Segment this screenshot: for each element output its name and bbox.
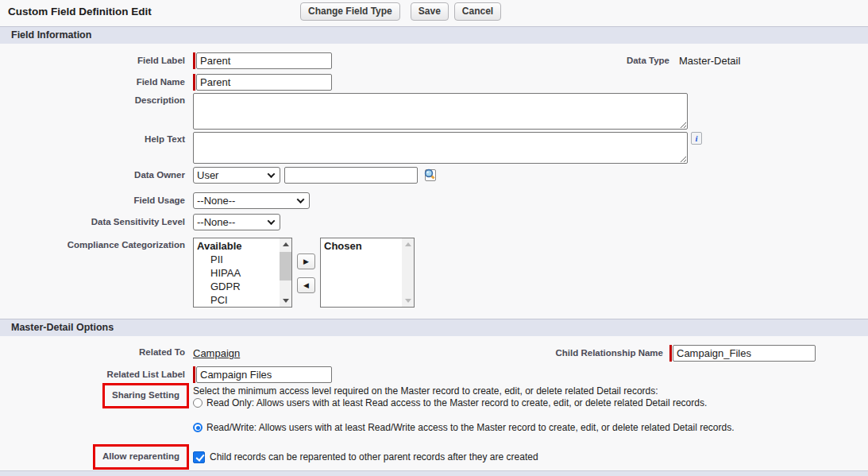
next-section-header-partial: [0, 470, 868, 476]
available-listbox[interactable]: Available PII HIPAA GDPR PCI: [193, 238, 292, 308]
available-header: Available: [197, 239, 280, 253]
move-left-button[interactable]: ◀: [297, 277, 315, 293]
read-only-radio-label: Read Only: Allows users with at least Re…: [206, 397, 707, 409]
list-item[interactable]: PCI: [197, 293, 280, 307]
sharing-setting-description: Select the minimum access level required…: [193, 385, 735, 397]
child-relationship-name-input[interactable]: [673, 345, 816, 362]
data-owner-type-value: User: [197, 169, 218, 181]
field-usage-value: --None--: [197, 195, 235, 207]
allow-reparenting-checkbox-label: Child records can be reparented to other…: [210, 451, 538, 462]
sharing-setting-options: Select the minimum access level required…: [193, 383, 735, 434]
list-item[interactable]: PII: [197, 253, 280, 266]
field-label-label: Field Label: [0, 52, 193, 66]
custom-field-definition-edit-page: Custom Field Definition Edit Change Fiel…: [0, 0, 868, 476]
page-title: Custom Field Definition Edit: [8, 6, 152, 17]
data-type-label: Data Type: [492, 52, 669, 66]
sharing-setting-label-annotated: Sharing Setting: [102, 383, 189, 408]
field-usage-select[interactable]: --None--: [193, 192, 310, 209]
data-sensitivity-level-value: --None--: [197, 216, 235, 228]
save-button[interactable]: Save: [411, 2, 449, 21]
field-usage-label: Field Usage: [0, 192, 193, 206]
read-write-radio[interactable]: [193, 423, 203, 432]
change-field-type-button[interactable]: Change Field Type: [300, 2, 400, 21]
data-owner-label: Data Owner: [0, 167, 193, 180]
section-header-master-detail-options: Master-Detail Options: [0, 319, 868, 336]
info-icon[interactable]: i: [691, 132, 702, 145]
field-name-label: Field Name: [0, 74, 193, 87]
chevron-down-icon: [297, 195, 305, 203]
allow-reparenting-checkbox[interactable]: [193, 451, 205, 463]
chevron-down-icon: [268, 170, 276, 178]
help-text-textarea[interactable]: [193, 132, 688, 164]
data-sensitivity-level-select[interactable]: --None--: [193, 214, 280, 230]
required-bar: [669, 345, 672, 362]
read-write-radio-label: Read/Write: Allows users with at least R…: [206, 422, 735, 434]
data-owner-type-select[interactable]: User: [193, 167, 280, 184]
description-textarea[interactable]: [193, 93, 688, 130]
child-relationship-name-label: Child Relationship Name: [492, 345, 663, 358]
compliance-duelist: Available PII HIPAA GDPR PCI ▶ ◀: [193, 238, 415, 308]
scrollbar-thumb[interactable]: [280, 252, 291, 281]
chosen-scrollbar: [402, 238, 414, 307]
field-name-input[interactable]: [196, 74, 332, 91]
data-owner-search-input[interactable]: [284, 167, 418, 184]
related-to-label: Related To: [0, 345, 193, 358]
cancel-button[interactable]: Cancel: [454, 2, 501, 21]
required-bar: [193, 52, 195, 69]
chevron-down-icon: [268, 217, 276, 225]
required-bar: [193, 74, 195, 91]
related-list-label-input[interactable]: [196, 366, 332, 383]
scroll-down-icon: [402, 295, 414, 307]
compliance-categorization-label: Compliance Categorization: [0, 238, 193, 250]
chosen-header: Chosen: [324, 239, 402, 253]
related-to-link[interactable]: Campaign: [193, 345, 240, 359]
scroll-up-icon[interactable]: [280, 238, 291, 250]
duelist-move-buttons: ▶ ◀: [292, 238, 320, 293]
data-sensitivity-level-label: Data Sensitivity Level: [0, 214, 193, 227]
read-only-radio[interactable]: [193, 398, 203, 408]
scroll-down-icon[interactable]: [280, 295, 291, 307]
required-bar: [193, 366, 195, 383]
list-item[interactable]: HIPAA: [197, 266, 280, 280]
description-label: Description: [0, 93, 193, 106]
move-right-button[interactable]: ▶: [297, 253, 315, 269]
allow-reparenting-label-annotated: Allow reparenting: [93, 444, 189, 470]
field-information-form: Field Label Data Type Master-Detail Fiel…: [0, 44, 868, 319]
chosen-listbox[interactable]: Chosen: [320, 238, 415, 308]
lookup-magnifier-icon[interactable]: [422, 168, 438, 185]
scroll-up-icon: [402, 238, 414, 250]
data-type-value: Master-Detail: [679, 52, 740, 67]
available-scrollbar[interactable]: [280, 238, 291, 307]
list-item[interactable]: GDPR: [197, 280, 280, 293]
header-button-group: Change Field Type Save Cancel: [300, 2, 501, 21]
related-list-label-label: Related List Label: [0, 366, 193, 380]
field-label-input[interactable]: [196, 52, 332, 69]
title-bar: Custom Field Definition Edit Change Fiel…: [0, 0, 868, 22]
section-header-field-information: Field Information: [0, 26, 868, 44]
help-text-label: Help Text: [0, 132, 193, 145]
master-detail-options-form: Related To Campaign Child Relationship N…: [0, 336, 868, 470]
